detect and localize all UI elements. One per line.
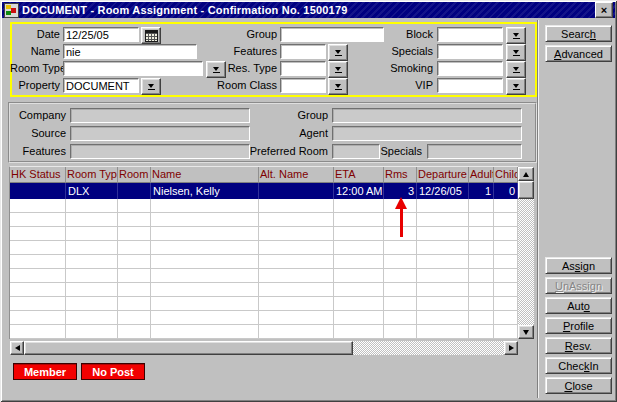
no-post-button[interactable]: No Post: [81, 363, 145, 380]
empty-grid-row[interactable]: [10, 311, 518, 325]
selected-grid-row[interactable]: DLXNielsen, Kelly12:00 AM312/26/0510: [10, 183, 518, 199]
empty-cell: [334, 297, 384, 310]
scroll-right-button[interactable]: [504, 341, 518, 355]
room-class-input[interactable]: [280, 78, 326, 93]
vertical-scroll-thumb[interactable]: [518, 181, 534, 199]
date-input[interactable]: [63, 27, 139, 42]
name-input[interactable]: [63, 44, 197, 59]
empty-cell: [10, 325, 66, 338]
member-button[interactable]: Member: [13, 363, 77, 380]
panel-separator: [537, 20, 539, 398]
resv-button[interactable]: Resv.: [545, 337, 612, 354]
empty-grid-row[interactable]: [10, 283, 518, 297]
column-header-hk-status: HK Status: [10, 167, 66, 183]
vip-input[interactable]: [437, 78, 503, 93]
empty-grid-row[interactable]: [10, 227, 518, 241]
close-button[interactable]: Close: [545, 377, 612, 394]
empty-cell: [151, 283, 259, 296]
auto-button[interactable]: Auto: [545, 297, 612, 314]
empty-cell: [66, 283, 118, 296]
empty-cell: [417, 283, 469, 296]
cell-hk-status: [10, 183, 66, 199]
empty-cell: [10, 227, 66, 240]
empty-grid-row[interactable]: [10, 255, 518, 269]
res-type-input[interactable]: [280, 61, 326, 76]
close-icon[interactable]: ×: [595, 2, 613, 18]
check-in-button[interactable]: Check In: [545, 357, 612, 374]
cell-adult: 1: [469, 183, 494, 199]
smoking-input[interactable]: [437, 61, 503, 76]
empty-cell: [494, 325, 518, 338]
empty-cell: [66, 255, 118, 268]
empty-cell: [494, 283, 518, 296]
specials-dropdown-button[interactable]: [506, 44, 526, 61]
cell-room: [118, 183, 151, 199]
name-label: Name: [10, 44, 60, 59]
room-type-input[interactable]: [63, 61, 203, 76]
empty-grid-row[interactable]: [10, 241, 518, 255]
company-label: Company: [10, 108, 66, 123]
reservation-info-panel: Company Group Source Agent Features Pref…: [8, 102, 537, 163]
empty-cell: [10, 199, 66, 212]
room-type-label: Room Type: [10, 61, 60, 76]
empty-grid-row[interactable]: [10, 269, 518, 283]
empty-cell: [417, 311, 469, 324]
combo-bar-icon: [513, 72, 520, 73]
vip-dropdown-button[interactable]: [506, 78, 526, 95]
block-input[interactable]: [437, 27, 503, 42]
empty-grid-row[interactable]: [10, 199, 518, 213]
empty-cell: [151, 241, 259, 254]
smoking-dropdown-button[interactable]: [506, 61, 526, 78]
group-info-field: [332, 108, 522, 123]
search-button[interactable]: Search: [545, 25, 612, 42]
arrow-down-icon: [523, 330, 529, 335]
annotation-arrow: [395, 197, 408, 238]
calendar-icon: [145, 30, 158, 42]
scroll-up-button[interactable]: [518, 167, 534, 181]
empty-grid-row[interactable]: [10, 213, 518, 227]
specials-label: Specials: [357, 44, 433, 59]
scroll-down-button[interactable]: [518, 325, 534, 339]
unassign-button[interactable]: UnAssign: [545, 277, 612, 294]
empty-cell: [118, 311, 151, 324]
grid-vertical-scrollbar[interactable]: [518, 167, 534, 339]
cell-name: Nielsen, Kelly: [151, 183, 259, 199]
column-header-room: Room: [118, 167, 151, 183]
grid-horizontal-scrollbar[interactable]: [10, 341, 518, 355]
combo-arrow-icon: [335, 67, 341, 71]
assign-button[interactable]: Assign: [545, 257, 612, 274]
date-calendar-button[interactable]: [141, 27, 161, 44]
annotation-arrow-head: [395, 197, 407, 209]
empty-cell: [259, 213, 334, 226]
res-type-dropdown-button[interactable]: [328, 61, 348, 78]
features-info-field: [70, 144, 250, 159]
empty-grid-row[interactable]: [10, 325, 518, 339]
horizontal-scroll-thumb[interactable]: [24, 341, 353, 355]
features-input[interactable]: [280, 44, 326, 59]
empty-cell: [259, 269, 334, 282]
empty-cell: [469, 311, 494, 324]
column-header-name: Name: [151, 167, 259, 183]
empty-cell: [151, 213, 259, 226]
empty-cell: [494, 297, 518, 310]
arrow-right-icon: [509, 345, 514, 351]
block-dropdown-button[interactable]: [506, 27, 526, 44]
empty-cell: [66, 227, 118, 240]
features-label: Features: [202, 44, 277, 59]
profile-button[interactable]: Profile: [545, 317, 612, 334]
empty-cell: [66, 241, 118, 254]
empty-cell: [66, 311, 118, 324]
column-header-eta: ETA: [334, 167, 384, 183]
room-class-dropdown-button[interactable]: [328, 78, 348, 95]
empty-grid-row[interactable]: [10, 297, 518, 311]
property-dropdown-button[interactable]: [141, 78, 161, 95]
features-dropdown-button[interactable]: [328, 44, 348, 61]
combo-arrow-icon: [335, 50, 341, 54]
advanced-button[interactable]: Advanced: [545, 45, 612, 62]
empty-cell: [151, 227, 259, 240]
scroll-left-button[interactable]: [10, 341, 24, 355]
cell-child: 0: [494, 183, 518, 199]
combo-bar-icon: [148, 89, 155, 90]
property-input[interactable]: [63, 78, 139, 93]
specials-input[interactable]: [437, 44, 503, 59]
